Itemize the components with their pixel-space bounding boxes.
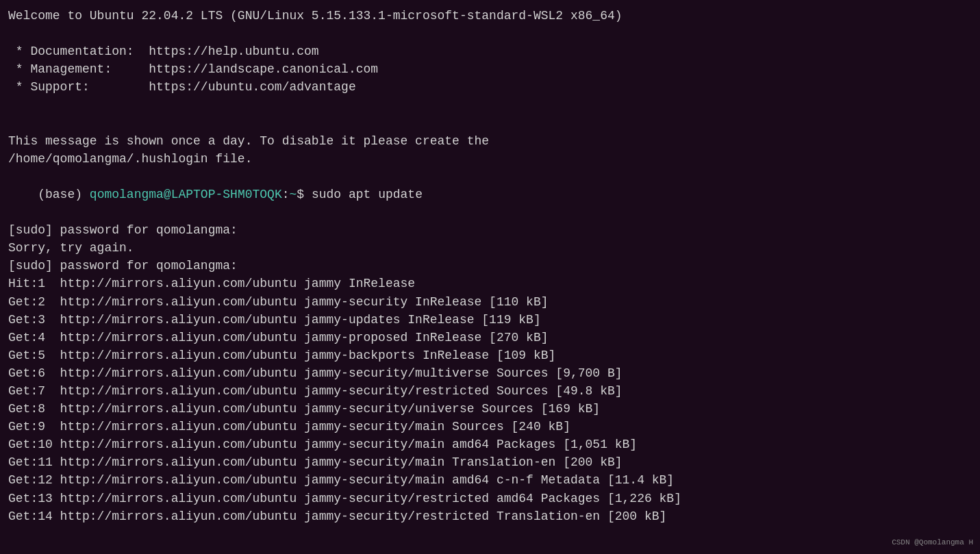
dollar-sign: $ bbox=[297, 188, 312, 201]
base-prefix: (base) bbox=[38, 188, 90, 201]
get-9: Get:9 http://mirrors.aliyun.com/ubuntu j… bbox=[8, 418, 972, 436]
get-6: Get:6 http://mirrors.aliyun.com/ubuntu j… bbox=[8, 364, 972, 382]
colon: : bbox=[282, 188, 290, 201]
get-12: Get:12 http://mirrors.aliyun.com/ubuntu … bbox=[8, 471, 972, 489]
get-4: Get:4 http://mirrors.aliyun.com/ubuntu j… bbox=[8, 329, 972, 347]
tilde: ~ bbox=[290, 188, 297, 201]
support-line: * Support: https://ubuntu.com/advantage bbox=[8, 78, 972, 96]
get-11: Get:11 http://mirrors.aliyun.com/ubuntu … bbox=[8, 453, 972, 471]
terminal-window: Welcome to Ubuntu 22.04.2 LTS (GNU/Linux… bbox=[0, 0, 980, 554]
prompt-line[interactable]: (base) qomolangma@LAPTOP-SHM0TOQK:~$ sud… bbox=[8, 168, 972, 221]
get-2: Get:2 http://mirrors.aliyun.com/ubuntu j… bbox=[8, 293, 972, 311]
user-host: qomolangma@LAPTOP-SHM0TOQK bbox=[90, 188, 282, 201]
command-text: sudo apt update bbox=[312, 188, 423, 201]
sudo-pw-line-1: [sudo] password for qomolangma: bbox=[8, 221, 972, 239]
get-8: Get:8 http://mirrors.aliyun.com/ubuntu j… bbox=[8, 400, 972, 418]
msg-line-1: This message is shown once a day. To dis… bbox=[8, 132, 972, 150]
get-13: Get:13 http://mirrors.aliyun.com/ubuntu … bbox=[8, 490, 972, 507]
blank-line-2 bbox=[8, 96, 972, 114]
get-5: Get:5 http://mirrors.aliyun.com/ubuntu j… bbox=[8, 347, 972, 364]
get-14: Get:14 http://mirrors.aliyun.com/ubuntu … bbox=[8, 507, 972, 525]
sudo-pw-line-2: [sudo] password for qomolangma: bbox=[8, 257, 972, 275]
sorry-line: Sorry, try again. bbox=[8, 239, 972, 257]
watermark: CSDN @Qomolangma H bbox=[892, 538, 973, 549]
msg-line-2: /home/qomolangma/.hushlogin file. bbox=[8, 150, 972, 168]
get-3: Get:3 http://mirrors.aliyun.com/ubuntu j… bbox=[8, 311, 972, 329]
mgmt-line: * Management: https://landscape.canonica… bbox=[8, 60, 972, 78]
blank-line-3 bbox=[8, 114, 972, 132]
doc-line: * Documentation: https://help.ubuntu.com bbox=[8, 42, 972, 60]
hit-1: Hit:1 http://mirrors.aliyun.com/ubuntu j… bbox=[8, 275, 972, 292]
welcome-line: Welcome to Ubuntu 22.04.2 LTS (GNU/Linux… bbox=[8, 7, 972, 25]
get-10: Get:10 http://mirrors.aliyun.com/ubuntu … bbox=[8, 436, 972, 453]
get-7: Get:7 http://mirrors.aliyun.com/ubuntu j… bbox=[8, 382, 972, 400]
blank-line-1 bbox=[8, 25, 972, 42]
